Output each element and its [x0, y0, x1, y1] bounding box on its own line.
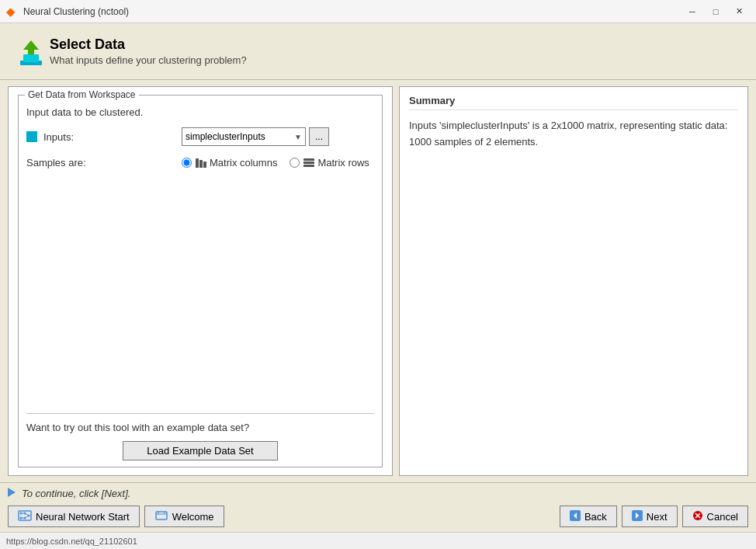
- continue-row: To continue, click [Next].: [8, 488, 748, 499]
- inputs-select-wrapper: simpleclusterInputs ▼ ...: [182, 127, 329, 146]
- radio-rows-label: Matrix rows: [303, 157, 369, 169]
- separator: [26, 413, 374, 414]
- header-icon: [12, 33, 50, 70]
- summary-title: Summary: [409, 95, 738, 110]
- radio-columns-option[interactable]: Matrix columns: [182, 157, 277, 169]
- svg-rect-19: [156, 512, 167, 519]
- neural-network-start-icon: [18, 510, 32, 523]
- svg-rect-6: [303, 158, 314, 161]
- radio-columns-label: Matrix columns: [195, 157, 277, 169]
- svg-rect-8: [303, 165, 314, 167]
- svg-rect-3: [196, 158, 199, 168]
- continue-text: To continue, click [Next].: [22, 488, 130, 499]
- continue-arrow-icon: [8, 488, 16, 499]
- cancel-icon: [692, 510, 703, 523]
- svg-rect-7: [303, 162, 314, 164]
- columns-icon: [195, 158, 207, 169]
- close-button[interactable]: ✕: [728, 3, 750, 20]
- rows-icon: [303, 158, 315, 169]
- radio-group: Matrix columns: [182, 157, 369, 169]
- get-data-group: Get Data from Workspace Input data to be…: [18, 95, 383, 467]
- maximize-button[interactable]: □: [705, 3, 727, 20]
- inputs-dropdown[interactable]: simpleclusterInputs ▼: [182, 127, 306, 146]
- cancel-button[interactable]: Cancel: [682, 506, 748, 527]
- header: Select Data What inputs define your clus…: [0, 23, 756, 80]
- group-content: Input data to be clustered. Inputs: simp…: [26, 102, 374, 179]
- back-arrow-icon: [570, 510, 581, 523]
- title-bar-text: Neural Clustering (nctool): [23, 6, 681, 17]
- nav-buttons: Back Next: [560, 506, 748, 527]
- example-section: Want to try out this tool with an exampl…: [26, 413, 374, 460]
- inputs-icon: [26, 131, 37, 142]
- summary-text: Inputs 'simpleclusterInputs' is a 2x1000…: [409, 118, 738, 151]
- load-example-button[interactable]: Load Example Data Set: [123, 441, 278, 460]
- svg-rect-2: [23, 54, 39, 62]
- next-arrow-icon: [632, 510, 643, 523]
- button-row: Neural Network Start Welcome: [8, 506, 748, 527]
- radio-columns-input[interactable]: [182, 158, 192, 168]
- window-content: Select Data What inputs define your clus…: [0, 23, 756, 532]
- radio-rows-option[interactable]: Matrix rows: [290, 157, 369, 169]
- left-panel: Get Data from Workspace Input data to be…: [8, 86, 393, 476]
- example-text: Want to try out this tool with an exampl…: [26, 422, 374, 433]
- right-panel: Summary Inputs 'simpleclusterInputs' is …: [399, 86, 748, 476]
- svg-rect-4: [199, 160, 203, 168]
- ellipsis-button[interactable]: ...: [309, 127, 329, 146]
- spacer: [26, 179, 374, 407]
- svg-rect-5: [203, 162, 206, 168]
- url-bar: https://blog.csdn.net/qq_21102601: [0, 532, 756, 549]
- neural-network-start-button[interactable]: Neural Network Start: [8, 506, 140, 527]
- header-text: Select Data What inputs define your clus…: [50, 36, 247, 66]
- inputs-label: Inputs:: [26, 131, 88, 143]
- section-label: Input data to be clustered.: [26, 106, 374, 118]
- title-bar: ◆ Neural Clustering (nctool) ─ □ ✕: [0, 0, 756, 23]
- back-button[interactable]: Back: [560, 506, 617, 527]
- dropdown-arrow-icon: ▼: [294, 133, 302, 141]
- minimize-button[interactable]: ─: [681, 3, 703, 20]
- inputs-row: Inputs: simpleclusterInputs ▼ ...: [26, 127, 374, 146]
- title-bar-controls: ─ □ ✕: [681, 3, 750, 20]
- welcome-icon: [154, 510, 168, 523]
- radio-rows-input[interactable]: [290, 158, 300, 168]
- samples-row: Samples are:: [26, 157, 374, 169]
- next-button[interactable]: Next: [622, 506, 678, 527]
- page-title: Select Data: [50, 36, 247, 53]
- welcome-button[interactable]: Welcome: [144, 506, 224, 527]
- svg-line-18: [25, 516, 29, 518]
- samples-label: Samples are:: [26, 157, 104, 169]
- group-box-title: Get Data from Workspace: [25, 89, 139, 100]
- app-icon: ◆: [6, 5, 19, 18]
- content-area: Get Data from Workspace Input data to be…: [0, 80, 756, 482]
- svg-line-17: [25, 513, 29, 516]
- footer-bar: To continue, click [Next].: [0, 482, 756, 532]
- page-subtitle: What inputs define your clustering probl…: [50, 54, 247, 66]
